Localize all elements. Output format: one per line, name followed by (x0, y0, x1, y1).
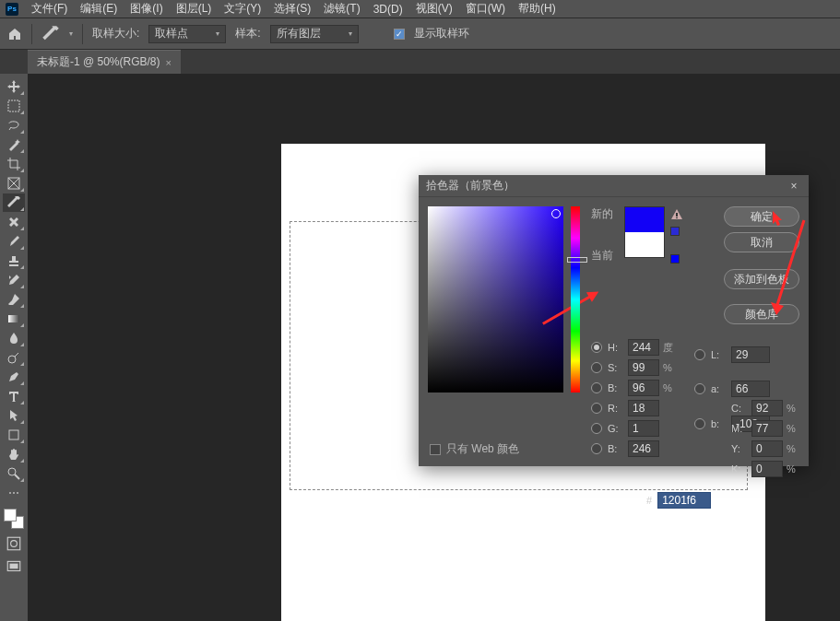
color-libraries-button[interactable]: 颜色库 (724, 304, 799, 324)
current-color-swatch[interactable] (625, 232, 664, 257)
history-brush-tool-icon[interactable] (3, 271, 25, 289)
close-icon[interactable]: × (166, 57, 172, 68)
gradient-tool-icon[interactable] (3, 310, 25, 328)
c-label: C: (731, 403, 746, 414)
foreground-swatch[interactable] (4, 509, 17, 521)
dialog-titlebar[interactable]: 拾色器（前景色） × (419, 175, 809, 197)
h-label: H: (608, 342, 624, 353)
a-radio[interactable] (694, 383, 705, 394)
sample-size-dropdown[interactable]: 取样点 ▾ (148, 25, 226, 43)
menu-image[interactable]: 图像(I) (130, 1, 162, 17)
a-input[interactable] (731, 381, 770, 397)
annotation-cursor-icon (771, 211, 786, 229)
svg-rect-2 (8, 315, 19, 322)
sample-dropdown[interactable]: 所有图层 ▾ (270, 25, 359, 43)
show-ring-checkbox[interactable]: ✓ (394, 29, 405, 40)
bv-radio[interactable] (591, 382, 602, 393)
y-input[interactable] (751, 440, 783, 457)
g-radio[interactable] (591, 423, 602, 434)
hand-tool-icon[interactable] (3, 445, 25, 463)
bc-input[interactable] (628, 440, 659, 457)
tool-dropdown-icon[interactable]: ▾ (69, 29, 73, 38)
s-input[interactable] (628, 359, 659, 376)
bv-input[interactable] (628, 380, 659, 396)
wand-tool-icon[interactable] (3, 135, 25, 154)
hex-input[interactable] (657, 492, 711, 509)
r-input[interactable] (628, 400, 659, 416)
c-input[interactable] (751, 400, 783, 416)
pen-tool-icon[interactable] (3, 368, 25, 386)
blur-tool-icon[interactable] (3, 329, 25, 347)
svg-point-3 (8, 356, 16, 363)
brush-tool-icon[interactable] (3, 232, 25, 251)
web-only-checkbox-row[interactable]: 只有 Web 颜色 (430, 441, 519, 457)
k-label: K: (731, 463, 746, 475)
stamp-tool-icon[interactable] (3, 252, 25, 270)
frame-tool-icon[interactable] (3, 174, 25, 193)
menu-type[interactable]: 文字(Y) (224, 1, 261, 17)
zoom-tool-icon[interactable] (3, 464, 25, 483)
eyedropper-tool-icon[interactable] (41, 25, 60, 43)
close-icon[interactable]: × (787, 179, 801, 193)
k-input[interactable] (751, 461, 783, 477)
eraser-tool-icon[interactable] (3, 290, 25, 309)
bc-radio[interactable] (591, 443, 602, 454)
menu-window[interactable]: 窗口(W) (466, 1, 505, 17)
add-swatch-button[interactable]: 添加到色板 (724, 269, 799, 289)
menu-file[interactable]: 文件(F) (31, 1, 67, 17)
svg-rect-12 (676, 213, 678, 217)
r-radio[interactable] (591, 403, 602, 414)
color-swatches[interactable] (4, 509, 24, 529)
websafe-swatch[interactable] (670, 254, 680, 264)
h-radio[interactable] (591, 342, 602, 353)
m-input[interactable] (751, 420, 783, 437)
move-tool-icon[interactable] (3, 77, 25, 96)
l-radio[interactable] (694, 349, 705, 360)
heal-tool-icon[interactable] (3, 213, 25, 231)
type-tool-icon[interactable] (3, 387, 25, 405)
h-input[interactable] (628, 339, 659, 356)
dodge-tool-icon[interactable] (3, 348, 25, 367)
cancel-button[interactable]: 取消 (724, 232, 799, 252)
home-icon[interactable] (7, 27, 22, 41)
document-tab[interactable]: 未标题-1 @ 50%(RGB/8) × (28, 50, 181, 74)
more-tools-icon[interactable]: ⋯ (3, 484, 25, 502)
menu-layer[interactable]: 图层(L) (176, 1, 212, 17)
marquee-tool-icon[interactable] (3, 97, 25, 115)
bv-label: B: (608, 382, 624, 393)
menu-edit[interactable]: 编辑(E) (80, 1, 117, 17)
ok-button[interactable]: 确定 (724, 206, 799, 227)
path-select-tool-icon[interactable] (3, 406, 25, 425)
lasso-tool-icon[interactable] (3, 116, 25, 135)
l-input[interactable] (731, 346, 770, 363)
shape-tool-icon[interactable] (3, 426, 25, 444)
a-label: a: (711, 383, 728, 394)
eyedropper-tool-icon[interactable] (3, 193, 25, 212)
separator (31, 24, 32, 44)
crop-tool-icon[interactable] (3, 155, 25, 173)
new-color-swatch (625, 207, 664, 232)
web-only-checkbox[interactable] (430, 444, 441, 455)
menu-help[interactable]: 帮助(H) (518, 1, 556, 17)
menu-view[interactable]: 视图(V) (416, 1, 453, 17)
document-tab-bar: 未标题-1 @ 50%(RGB/8) × (0, 50, 840, 74)
color-preview (624, 206, 665, 258)
chevron-down-icon: ▾ (216, 29, 219, 38)
saturation-value-field[interactable] (428, 206, 563, 393)
m-label: M: (731, 423, 746, 434)
canvas-area[interactable]: 拾色器（前景色） × 新的 (28, 74, 840, 621)
menu-filter[interactable]: 滤镜(T) (324, 1, 360, 17)
s-radio[interactable] (591, 362, 602, 373)
menu-3d[interactable]: 3D(D) (373, 3, 403, 16)
y-unit: % (787, 443, 799, 454)
screenmode-icon[interactable] (6, 558, 22, 575)
lab-b-label: b: (711, 418, 728, 429)
g-input[interactable] (628, 420, 659, 437)
gamut-safe-swatch[interactable] (670, 227, 680, 236)
quickmask-icon[interactable] (6, 535, 22, 552)
lab-b-radio[interactable] (694, 418, 705, 429)
gamut-warning-icon[interactable] (670, 208, 683, 221)
hue-cursor-icon (567, 257, 587, 263)
hue-slider[interactable] (571, 206, 580, 393)
menu-select[interactable]: 选择(S) (274, 1, 311, 17)
